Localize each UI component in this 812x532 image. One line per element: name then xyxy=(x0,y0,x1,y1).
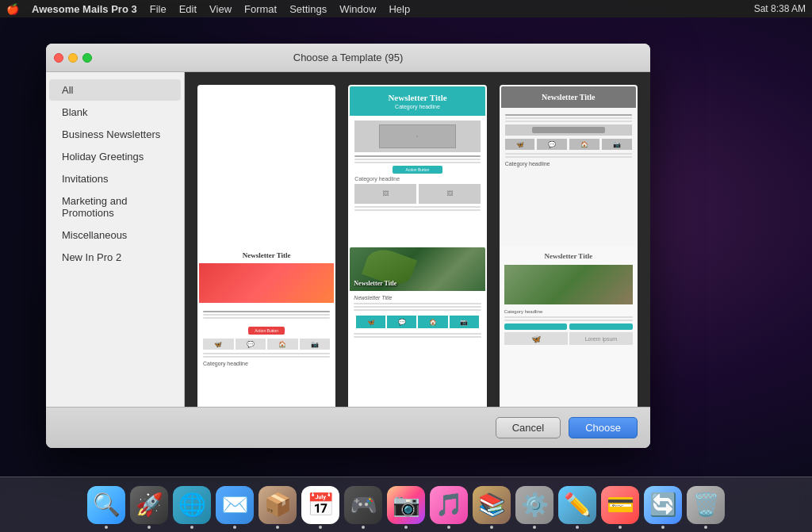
icon-box: 📷 xyxy=(450,316,479,328)
colorful-body: Action Button 🦋 💬 🏠 📷 xyxy=(199,304,334,370)
dock-icon-stamps[interactable]: 📦 xyxy=(259,486,297,524)
mixed-photo xyxy=(504,265,633,304)
cancel-button[interactable]: Cancel xyxy=(496,417,561,438)
dock-icon-migrate[interactable]: 🔄 xyxy=(644,486,682,524)
line xyxy=(354,333,481,335)
dock-icon-trash[interactable]: 🗑️ xyxy=(687,486,725,524)
line xyxy=(354,209,480,211)
line xyxy=(354,336,481,338)
line xyxy=(505,114,632,116)
gray-text xyxy=(505,114,632,122)
dock-icon-settings[interactable]: ⚙️ xyxy=(515,486,553,524)
template-grid: Newsletter Title Category headline 🖼 Act… xyxy=(185,72,650,407)
colorful-btn: Action Button xyxy=(203,321,330,335)
dock-icon-apps[interactable]: 🎮 xyxy=(344,486,382,524)
line xyxy=(354,162,480,163)
sidebar-item-all[interactable]: All xyxy=(49,79,181,101)
menubar-right: Sat 8:38 AM xyxy=(754,3,812,14)
maximize-button[interactable] xyxy=(82,53,92,63)
line xyxy=(354,159,480,160)
line xyxy=(505,156,632,158)
template-card-colorful[interactable]: Newsletter Title Action Button xyxy=(197,246,335,407)
close-button[interactable] xyxy=(54,53,63,63)
gray-title: Newsletter Title xyxy=(508,93,630,101)
line xyxy=(203,356,330,358)
dock-icon-photos[interactable]: 📷 xyxy=(387,486,425,524)
colorful-text-2 xyxy=(203,353,330,358)
sidebar-item-marketing[interactable]: Marketing and Promotions xyxy=(49,190,181,224)
photo-subtitle: Newsletter Title xyxy=(354,295,481,300)
mixed-text xyxy=(504,316,633,321)
sidebar-item-misc[interactable]: Miscellaneous xyxy=(49,224,181,246)
dock-icon-music[interactable]: 🎵 xyxy=(430,486,468,524)
template-card-mixed[interactable]: Newsletter Title Category headline xyxy=(500,246,638,407)
choose-button[interactable]: Choose xyxy=(569,417,638,438)
photo-text xyxy=(354,303,481,311)
minimize-button[interactable] xyxy=(68,53,78,63)
template-card-teal[interactable]: Newsletter Title Category headline 🖼 Act… xyxy=(348,85,486,269)
dock-icon-scripteditor[interactable]: ✏️ xyxy=(558,486,596,524)
line xyxy=(505,117,632,119)
sidebar-item-invitations[interactable]: Invitations xyxy=(49,168,181,189)
dock-icon-books[interactable]: 📚 xyxy=(473,486,511,524)
colorful-title: Newsletter Title xyxy=(203,251,330,259)
traffic-lights xyxy=(46,53,92,63)
menu-window[interactable]: Window xyxy=(333,0,382,17)
menu-format[interactable]: Format xyxy=(238,0,283,17)
colorful-text xyxy=(203,311,330,319)
photo-title-area: Newsletter Title xyxy=(354,280,481,287)
mixed-buttons xyxy=(504,323,633,330)
dock: 🔍 🚀 🌐 ✉️ 📦 📅 🎮 📷 🎵 📚 ⚙️ ✏️ 💳 🔄 🗑️ xyxy=(0,477,812,532)
mixed-butterfly: 🦋 Lorem ipsum xyxy=(504,332,633,345)
template-card-photo[interactable]: Newsletter Title Newsletter Title 🦋 💬 xyxy=(348,246,486,407)
dock-icon-launchpad[interactable]: 🚀 xyxy=(130,486,168,524)
gray-action-btn xyxy=(505,124,632,136)
icon-box: 🏠 xyxy=(418,316,447,328)
teal-subtitle: Category headline xyxy=(356,104,478,109)
menu-settings[interactable]: Settings xyxy=(283,0,333,17)
sidebar-item-new[interactable]: New In Pro 2 xyxy=(49,247,181,268)
menu-edit[interactable]: Edit xyxy=(173,0,203,17)
teal-image-1: 🖼 xyxy=(354,121,480,152)
line xyxy=(203,314,330,316)
teal-body: 🖼 Action Button Category headline 🖼 🖼 xyxy=(350,116,485,267)
gray-icons: 🦋 💬 🏠 📷 xyxy=(505,139,632,150)
dock-icon-calendar[interactable]: 📅 xyxy=(301,486,339,524)
photo-body: Newsletter Title 🦋 💬 🏠 📷 xyxy=(350,291,485,344)
photo-text-2 xyxy=(354,333,481,338)
gray-header: Newsletter Title xyxy=(501,86,636,108)
sidebar-item-business[interactable]: Business Newsletters xyxy=(49,124,181,145)
teal-text-2 xyxy=(354,206,480,211)
dock-icon-safari[interactable]: 🌐 xyxy=(173,486,211,524)
menu-view[interactable]: View xyxy=(203,0,238,17)
template-card-blank[interactable] xyxy=(197,85,335,269)
line xyxy=(203,311,330,312)
apple-menu[interactable]: 🍎 xyxy=(0,0,25,17)
teal-col2: 🖼 🖼 xyxy=(354,184,480,204)
dock-icon-awesomemails[interactable]: 💳 xyxy=(601,486,639,524)
line xyxy=(505,121,632,122)
dialog-footer: Cancel Choose xyxy=(46,407,650,448)
mixed-header: Newsletter Title xyxy=(501,247,636,265)
gray-cat: Category headline xyxy=(505,161,632,166)
line xyxy=(203,353,330,354)
app-name[interactable]: Awesome Mails Pro 3 xyxy=(25,0,144,17)
dock-icon-mail[interactable]: ✉️ xyxy=(216,486,254,524)
dock-icon-finder[interactable]: 🔍 xyxy=(87,486,125,524)
icon-box: 🦋 xyxy=(356,316,385,328)
mixed-title: Newsletter Title xyxy=(506,252,631,260)
mixed-body: Category headline 🦋 Lorem i xyxy=(501,304,636,350)
colorful-icon-row: 🦋 💬 🏠 📷 xyxy=(203,339,330,350)
teal-img-sm-1: 🖼 xyxy=(354,184,416,204)
line xyxy=(504,316,633,318)
sidebar-item-blank[interactable]: Blank xyxy=(49,101,181,123)
menu-file[interactable]: File xyxy=(144,0,173,17)
category-sidebar: All Blank Business Newsletters Holiday G… xyxy=(46,72,185,407)
gray-text-2 xyxy=(505,153,632,158)
dialog-title: Choose a Template (95) xyxy=(293,52,404,63)
template-card-gray[interactable]: Newsletter Title 🦋 xyxy=(500,85,638,269)
mixed-icon-grid: 🦋 Lorem ipsum xyxy=(504,332,633,345)
colorful-cat: Category headline xyxy=(203,361,330,366)
sidebar-item-holiday[interactable]: Holiday Greetings xyxy=(49,146,181,167)
menu-help[interactable]: Help xyxy=(382,0,416,17)
